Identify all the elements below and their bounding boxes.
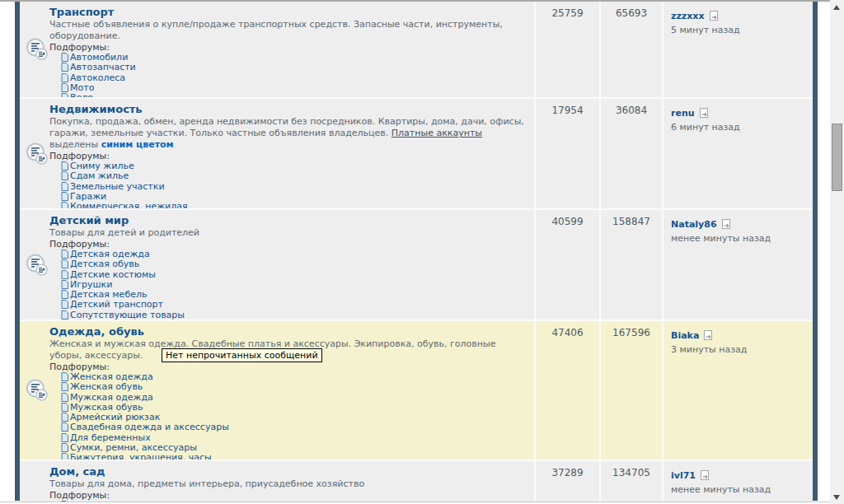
topics-count: 47406 [534, 321, 599, 460]
subforum-icon [61, 270, 68, 279]
forum-list: Транспорт Частные объявления о купле/про… [20, 2, 813, 502]
subforum-icon [61, 422, 68, 432]
topics-count: 40599 [534, 210, 599, 320]
topics-count: 25759 [534, 2, 599, 97]
lastpost-user-link[interactable]: Nataly86 [671, 219, 717, 230]
subforum-link[interactable]: Сниму жилье [70, 161, 134, 171]
forum-icon [26, 38, 49, 61]
subforum-link[interactable]: Земельные участки [70, 181, 165, 192]
subforum-link[interactable]: Игрушки [70, 279, 112, 290]
lastpost-cell: Nataly86 менее минуты назад [662, 210, 813, 320]
subforum-link[interactable]: Мужская одежда [70, 392, 153, 403]
subforum-list: Автомобили Автозапчасти Автоколеса Мото … [49, 53, 526, 103]
forum-description: Частные объявления о купле/продаже транс… [49, 19, 526, 42]
lastpost-user-link[interactable]: Biaka [671, 330, 699, 341]
subforum-link[interactable]: Мужская обувь [70, 402, 143, 413]
forum-icon [26, 379, 49, 402]
topics-count: 17954 [534, 99, 599, 208]
forum-main-cell: Детский мир Товары для детей и родителей… [20, 210, 534, 320]
subforum-list: Детская одежда Детская обувь Детские кос… [49, 250, 526, 320]
forum-title-link[interactable]: Недвижимость [49, 102, 143, 116]
subforum-icon [61, 73, 68, 82]
forum-main-cell: Недвижимость Покупка, продажа, обмен, ар… [20, 99, 534, 208]
subforum-link[interactable]: Детская одежда [70, 249, 150, 259]
lastpost-cell: renu 6 минут назад [662, 99, 813, 208]
tooltip: Нет непрочитанных сообщений [162, 348, 322, 362]
lastpost-icon[interactable] [721, 219, 731, 229]
forum-row: Детский мир Товары для детей и родителей… [20, 208, 813, 320]
subforum-item: Земельные участки [61, 182, 526, 192]
subforum-link[interactable]: Гаражи [70, 191, 106, 202]
scroll-down-icon[interactable] [833, 495, 840, 500]
subforum-item: Мебель [61, 501, 526, 502]
subforum-link[interactable]: Детская мебель [70, 289, 147, 300]
subforum-link[interactable]: Мебель [70, 500, 106, 502]
subforum-link[interactable]: Мото [70, 82, 94, 93]
subforum-link[interactable]: Для беременных [70, 432, 151, 443]
posts-count: 158847 [599, 210, 662, 320]
lastpost-icon[interactable] [699, 108, 709, 118]
subforum-link[interactable]: Автомобили [70, 52, 128, 63]
forum-main-cell: Дом, сад Товары для дома, предметы интер… [20, 461, 534, 502]
subforum-icon [61, 372, 68, 381]
lastpost-time: менее минуты назад [671, 484, 809, 495]
subforum-icon [61, 192, 68, 201]
subforum-link[interactable]: Армейский рюкзак [70, 412, 160, 422]
forum-description: Товары для детей и родителей [49, 227, 526, 239]
paid-accounts-link[interactable]: Платные аккаунты [392, 128, 482, 138]
scroll-up-icon[interactable] [833, 5, 840, 10]
subforum-link[interactable]: Женская обувь [70, 381, 143, 392]
forum-title-link[interactable]: Одежда, обувь [49, 324, 144, 338]
lastpost-icon[interactable] [709, 11, 719, 21]
forum-icon [26, 254, 49, 277]
forum-main-cell: Одежда, обувь Женская и мужская одежда. … [20, 321, 534, 460]
forum-title-link[interactable]: Дом, сад [49, 464, 106, 478]
subforum-icon [61, 161, 68, 170]
lastpost-time: 5 минут назад [671, 25, 809, 35]
lastpost-user-link[interactable]: renu [671, 108, 695, 119]
subforum-item: Автозапчасти [61, 63, 526, 72]
lastpost-cell: zzzxxx 5 минут назад [662, 2, 813, 97]
subforum-link[interactable]: Сумки, ремни, аксессуары [70, 442, 197, 453]
subforum-link[interactable]: Автоколеса [70, 72, 125, 83]
vertical-scrollbar[interactable] [830, 0, 844, 504]
lastpost-cell: ivl71 менее минуты назад [662, 461, 813, 502]
lastpost-icon[interactable] [703, 330, 713, 340]
posts-count: 65693 [599, 2, 662, 97]
subforum-icon [61, 443, 68, 452]
subforum-icon [61, 403, 68, 412]
subforum-item: Сниму жилье [61, 161, 526, 171]
subforum-link[interactable]: Сопутствующие товары [70, 310, 185, 320]
lastpost-user-link[interactable]: zzzxxx [671, 11, 705, 21]
forum-row: Недвижимость Покупка, продажа, обмен, ар… [20, 97, 813, 208]
lastpost-time: 6 минут назад [671, 122, 809, 133]
subforum-link[interactable]: Детский транспорт [70, 299, 163, 310]
subforum-icon [61, 63, 68, 72]
description-text: выделены [49, 139, 101, 150]
subforum-link[interactable]: Автозапчасти [70, 62, 136, 72]
lastpost-user-link[interactable]: ivl71 [671, 470, 696, 481]
subforum-icon [61, 280, 68, 289]
blue-bold-note: синим цветом [101, 139, 174, 150]
forum-title-link[interactable]: Детский мир [49, 213, 129, 227]
page-right-border [813, 2, 818, 501]
lastpost-icon[interactable] [700, 470, 710, 480]
subforum-icon [61, 433, 68, 442]
posts-count: 134705 [599, 461, 662, 502]
subforum-link[interactable]: Детская обувь [70, 259, 139, 269]
lastpost-time: менее минуты назад [671, 233, 809, 244]
subforums-label: Подфорумы: [49, 490, 526, 501]
subforum-icon [61, 382, 68, 391]
scroll-thumb[interactable] [832, 124, 842, 191]
subforum-link[interactable]: Свадебная одежда и аксессуары [70, 422, 229, 432]
subforum-icon [61, 413, 68, 422]
forum-row: Нет непрочитанных сообщений Одежда, обув… [20, 320, 813, 460]
forum-title-link[interactable]: Транспорт [49, 5, 114, 19]
forum-main-cell: Транспорт Частные объявления о купле/про… [20, 2, 534, 97]
subforum-link[interactable]: Детские костюмы [70, 269, 156, 280]
subforum-link[interactable]: Сдам жилье [70, 170, 129, 181]
subforum-icon [61, 300, 68, 309]
subforum-link[interactable]: Женская одежда [70, 371, 153, 382]
subforum-icon [61, 182, 68, 191]
subforum-icon [61, 53, 68, 62]
